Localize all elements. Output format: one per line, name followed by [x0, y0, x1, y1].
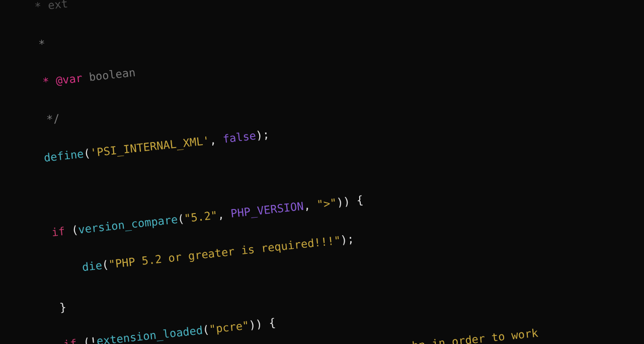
- kw-if: if: [51, 225, 65, 239]
- fn-extension-loaded: extension_loaded: [96, 324, 203, 344]
- fn-define: define: [43, 147, 85, 164]
- const-php-version: PHP_VERSION: [230, 200, 304, 220]
- doc-type: boolean: [82, 66, 136, 84]
- doc-end: */: [39, 112, 60, 126]
- brace-close: }: [59, 301, 67, 314]
- string-psi-internal-xml: 'PSI_INTERNAL_XML': [90, 134, 210, 159]
- kw-if: if: [63, 337, 77, 344]
- string-php-required: "PHP 5.2 or greater is required!!!": [108, 234, 342, 270]
- const-false: false: [222, 129, 256, 145]
- doc-tag: * @var: [35, 72, 83, 89]
- doc-star: *: [31, 38, 46, 52]
- code-editor-view: * ext * * @var boolean */ define('PSI_IN…: [0, 0, 644, 344]
- doc-line: * ext: [28, 0, 69, 14]
- code-block: * ext * * @var boolean */ define('PSI_IN…: [25, 0, 594, 344]
- fn-version-compare: version_compare: [77, 213, 178, 236]
- string-pcre: "pcre": [209, 319, 250, 336]
- fn-die: die: [82, 259, 103, 273]
